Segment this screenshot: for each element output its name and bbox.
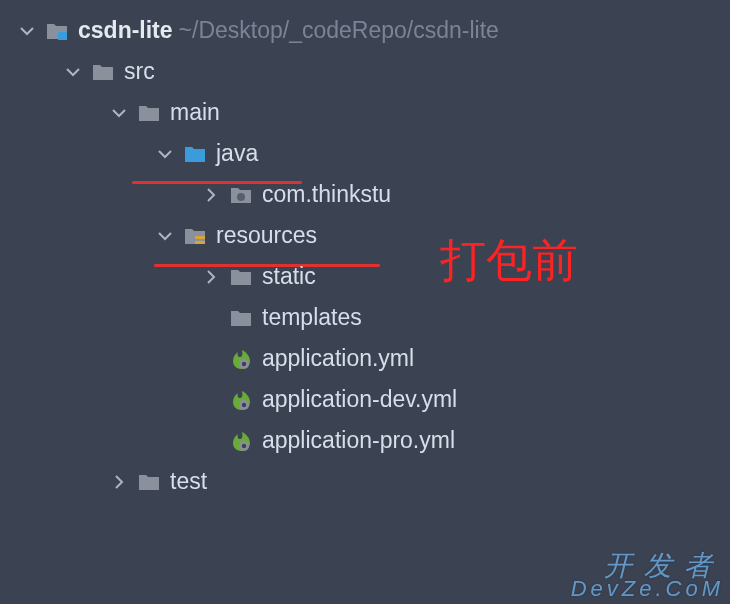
folder-label: resources: [216, 222, 317, 249]
chevron-right-icon[interactable]: [108, 471, 130, 493]
file-label: application-dev.yml: [262, 386, 457, 413]
folder-project-icon: [44, 20, 70, 42]
folder-icon: [136, 102, 162, 124]
tree-row-application-yml[interactable]: application.yml: [6, 338, 730, 379]
folder-label: templates: [262, 304, 362, 331]
project-tree: csdn-lite ~/Desktop/_codeRepo/csdn-lite …: [0, 0, 730, 502]
folder-icon: [228, 307, 254, 329]
folder-resources-icon: [182, 225, 208, 247]
chevron-down-icon[interactable]: [154, 225, 176, 247]
watermark: 开发者 DevZe.CoM: [571, 553, 724, 600]
tree-row-package[interactable]: com.thinkstu: [6, 174, 730, 215]
tree-row-project-root[interactable]: csdn-lite ~/Desktop/_codeRepo/csdn-lite: [6, 10, 730, 51]
tree-row-src[interactable]: src: [6, 51, 730, 92]
tree-row-application-pro-yml[interactable]: application-pro.yml: [6, 420, 730, 461]
watermark-line2: DevZe.CoM: [571, 579, 724, 600]
tree-row-java[interactable]: java: [6, 133, 730, 174]
folder-label: test: [170, 468, 207, 495]
project-path: ~/Desktop/_codeRepo/csdn-lite: [179, 17, 499, 44]
chevron-down-icon[interactable]: [16, 20, 38, 42]
tree-row-test[interactable]: test: [6, 461, 730, 502]
folder-package-icon: [228, 184, 254, 206]
file-label: application-pro.yml: [262, 427, 455, 454]
spring-config-icon: [228, 389, 254, 411]
annotation-text: 打包前: [440, 230, 578, 292]
tree-row-application-dev-yml[interactable]: application-dev.yml: [6, 379, 730, 420]
folder-label: src: [124, 58, 155, 85]
file-label: application.yml: [262, 345, 414, 372]
folder-java-icon: [182, 143, 208, 165]
folder-label: main: [170, 99, 220, 126]
folder-label: java: [216, 140, 258, 167]
tree-row-static[interactable]: static: [6, 256, 730, 297]
spring-config-icon: [228, 348, 254, 370]
folder-icon: [228, 266, 254, 288]
watermark-line1: 开发者: [571, 553, 724, 580]
folder-label: static: [262, 263, 316, 290]
tree-row-main[interactable]: main: [6, 92, 730, 133]
project-name: csdn-lite: [78, 17, 173, 44]
chevron-right-icon[interactable]: [200, 184, 222, 206]
chevron-down-icon[interactable]: [108, 102, 130, 124]
tree-row-templates[interactable]: templates: [6, 297, 730, 338]
chevron-right-icon[interactable]: [200, 266, 222, 288]
spring-config-icon: [228, 430, 254, 452]
package-label: com.thinkstu: [262, 181, 391, 208]
chevron-down-icon[interactable]: [154, 143, 176, 165]
folder-icon: [90, 61, 116, 83]
tree-row-resources[interactable]: resources: [6, 215, 730, 256]
chevron-down-icon[interactable]: [62, 61, 84, 83]
folder-icon: [136, 471, 162, 493]
